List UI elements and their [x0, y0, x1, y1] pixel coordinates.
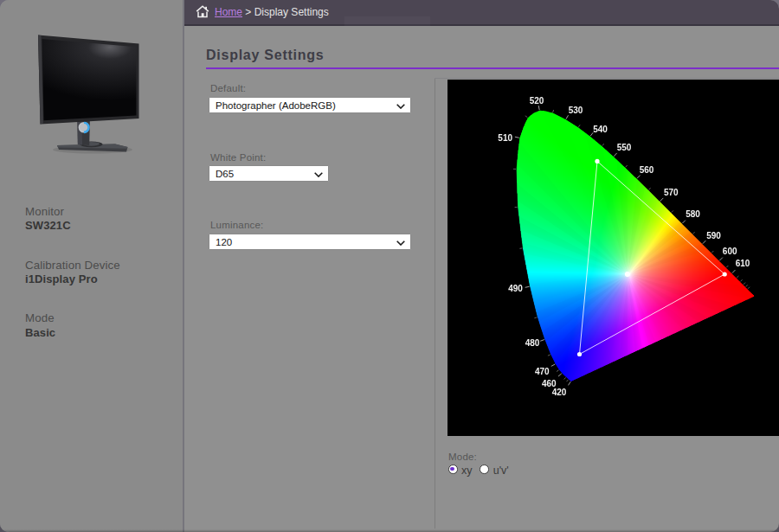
svg-text:550: 550 — [617, 143, 632, 152]
svg-text:510: 510 — [498, 133, 512, 143]
svg-text:600: 600 — [723, 247, 737, 256]
svg-text:540: 540 — [593, 125, 608, 134]
svg-text:520: 520 — [530, 96, 544, 106]
svg-text:560: 560 — [640, 165, 654, 175]
svg-text:580: 580 — [686, 209, 700, 219]
svg-text:610: 610 — [736, 259, 750, 268]
svg-text:420: 420 — [552, 388, 567, 397]
svg-text:480: 480 — [525, 338, 540, 348]
svg-text:570: 570 — [664, 188, 679, 197]
svg-text:490: 490 — [508, 284, 523, 293]
svg-text:590: 590 — [706, 231, 721, 240]
svg-text:530: 530 — [569, 106, 583, 115]
svg-text:470: 470 — [535, 367, 550, 376]
